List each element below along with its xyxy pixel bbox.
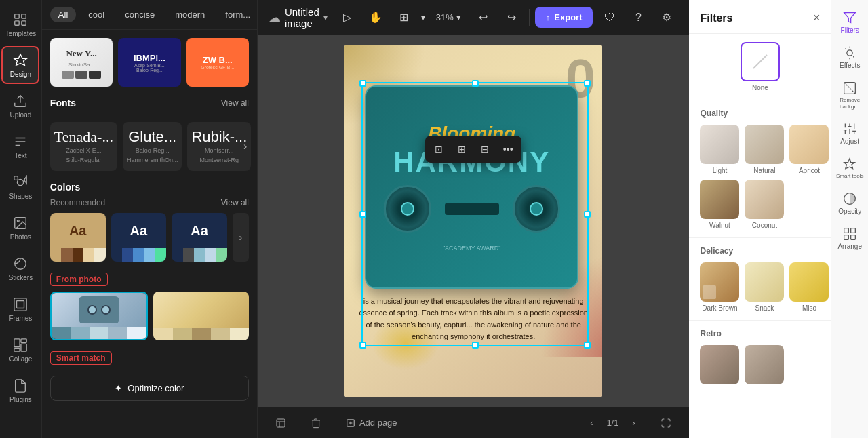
canvas-area[interactable]: 0 Blooming HARMONY "ACADEMY AWARD" is a … [258, 35, 690, 407]
arrange-icon [843, 227, 856, 241]
sidebar-item-upload[interactable]: Upload [1, 87, 39, 125]
layout-chevron-icon[interactable]: ▾ [421, 13, 425, 22]
swatch [127, 327, 146, 339]
filter-retro-2-thumb [745, 345, 784, 384]
font-card-1[interactable]: Tenada-... Zacbel X-E... Stilu-Regular [50, 122, 117, 171]
palette-cards-row: Aa Aa [42, 213, 257, 262]
export-btn[interactable]: ↑ Export [535, 7, 593, 28]
bb-delete-btn[interactable] [304, 414, 328, 433]
sidebar-upload-label: Upload [10, 111, 32, 119]
svg-point-24 [847, 50, 852, 56]
sidebar-item-shapes[interactable]: Shapes [1, 168, 39, 206]
sidebar-item-frames[interactable]: Frames [1, 290, 39, 328]
filter-apricot-thumb [789, 125, 829, 164]
filter-natural[interactable]: Natural [745, 125, 784, 174]
undo-btn[interactable]: ↩ [472, 6, 495, 29]
page-info: 1/1 [606, 418, 618, 428]
filter-tab-cool[interactable]: cool [80, 7, 113, 22]
sidebar-item-design[interactable]: Design [1, 46, 39, 84]
photo-palette-2[interactable] [153, 292, 249, 340]
filter-dark-brown[interactable]: Dark Brown [700, 262, 739, 312]
template-card-2[interactable]: IBMPl... Asap-SemiB... Baloo-Reg... [118, 38, 180, 87]
ri-item-opacity[interactable]: Opacity [833, 186, 867, 220]
help-icon[interactable]: ? [627, 6, 650, 29]
shield-icon[interactable]: 🛡 [598, 6, 621, 29]
ri-item-smart-tools[interactable]: Smart tools [833, 152, 867, 185]
delicacy-section-title: Delicacy [700, 246, 820, 256]
tape-reel-right [513, 185, 560, 233]
sidebar-item-stickers[interactable]: Stickers [1, 250, 39, 287]
layout-btn[interactable]: ⊞ [393, 6, 416, 29]
photo-palette-1[interactable] [50, 292, 149, 340]
bb-expand-btn[interactable] [654, 414, 678, 433]
ft-crop-btn[interactable]: ⊡ [428, 138, 450, 160]
settings-icon[interactable]: ⚙ [655, 6, 678, 29]
prev-page-btn[interactable]: ‹ [582, 414, 601, 433]
sidebar-item-collage[interactable]: Collage [1, 331, 39, 369]
palette-3-swatches [172, 248, 227, 262]
zoom-control[interactable]: 31% ▾ [431, 9, 467, 25]
filter-walnut[interactable]: Walnut [700, 180, 739, 229]
play-btn[interactable]: ▷ [336, 6, 359, 29]
filters-close-btn[interactable]: × [813, 11, 821, 25]
palette-card-1[interactable]: Aa [50, 213, 106, 262]
palette-card-2[interactable]: Aa [111, 213, 167, 262]
ri-item-adjust[interactable]: Adjust [833, 117, 867, 151]
filter-apricot[interactable]: Apricot [789, 125, 829, 174]
template-card-1-text: New Y... [63, 46, 99, 61]
sidebar-item-templates[interactable]: Templates [1, 5, 39, 43]
palette-card-3[interactable]: Aa [172, 213, 227, 262]
sidebar-item-plugins[interactable]: Plugins [1, 372, 39, 410]
fonts-view-all[interactable]: View all [221, 98, 249, 108]
filter-tab-concise[interactable]: concise [117, 7, 163, 22]
font-card-3[interactable]: Rubik-... Montserr... Montserrat-Rg › [187, 122, 251, 171]
template-card-1[interactable]: New Y... SinkinSa... [50, 38, 113, 87]
filter-miso-thumb [789, 262, 829, 302]
redo-btn[interactable]: ↪ [500, 6, 524, 29]
filter-tab-formal[interactable]: form... [217, 7, 257, 22]
palette-next-btn[interactable]: › [233, 213, 249, 262]
next-page-btn[interactable]: › [624, 414, 643, 433]
ri-item-arrange[interactable]: Arrange [833, 222, 867, 256]
filter-light[interactable]: Light [700, 125, 739, 174]
filter-coconut-thumb [745, 180, 784, 219]
tape-bar [445, 203, 499, 215]
colors-view-all[interactable]: View all [221, 198, 249, 207]
filter-tab-modern[interactable]: modern [167, 7, 213, 22]
sidebar-item-photos[interactable]: Photos [1, 209, 39, 247]
smart-match-section: Smart match [42, 346, 257, 370]
filters-delicacy-section: Delicacy Dark Brown Snack [689, 238, 831, 321]
bb-layout-btn[interactable] [269, 414, 293, 433]
optimize-icon: ✦ [115, 383, 122, 393]
ft-more-btn[interactable]: ••• [497, 138, 519, 160]
svg-line-27 [846, 49, 846, 49]
smart-match-badge[interactable]: Smart match [50, 351, 112, 365]
photo-palette-2-preview [153, 292, 249, 328]
filter-none[interactable]: None [700, 42, 820, 92]
bb-add-page-btn[interactable]: Add page [339, 414, 404, 432]
ri-item-filters[interactable]: Filters [833, 5, 867, 39]
from-photo-badge[interactable]: From photo [50, 273, 108, 286]
svg-rect-42 [851, 228, 856, 233]
hand-tool-btn[interactable]: ✋ [364, 6, 387, 29]
ri-item-remove-bg[interactable]: Remove backgr... [833, 76, 867, 115]
ri-item-effects[interactable]: Effects [833, 41, 867, 75]
sidebar-item-text[interactable]: Text [1, 127, 39, 165]
colors-section-header: Colors [42, 174, 257, 198]
font-card-2[interactable]: Glute... Baloo-Reg... HammersmithOn... [123, 122, 182, 171]
filter-snack[interactable]: Snack [745, 262, 784, 312]
filter-retro-1[interactable] [700, 345, 739, 384]
ft-copy-btn[interactable]: ⊟ [474, 138, 496, 160]
optimize-color-btn[interactable]: ✦ Optimize color [50, 376, 249, 401]
filter-retro-2[interactable] [745, 345, 784, 384]
zoom-chevron-icon: ▾ [456, 12, 461, 22]
title-chevron-icon[interactable]: ▾ [323, 13, 328, 22]
filter-miso[interactable]: Miso [789, 262, 829, 312]
filters-title: Filters [700, 12, 732, 24]
svg-point-8 [18, 220, 20, 222]
ft-layout-btn[interactable]: ⊞ [451, 138, 473, 160]
filter-tab-all[interactable]: All [50, 7, 76, 22]
template-card-3[interactable]: ZW B... Grotesc GF-B... [186, 38, 249, 87]
filter-coconut[interactable]: Coconut [745, 180, 784, 229]
swatch [94, 248, 105, 262]
